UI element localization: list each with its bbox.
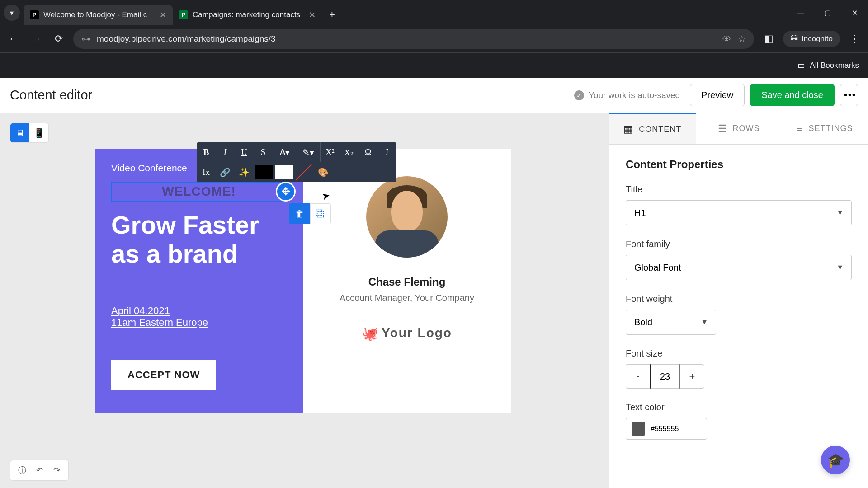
email-left-column[interactable]: Video Conference WELCOME! ✥ 🗑 ⿻ Grow Fas… bbox=[95, 149, 303, 413]
undo-button[interactable]: ↶ bbox=[33, 464, 46, 477]
field-title: Title H1 ▼ bbox=[626, 184, 852, 225]
logo-icon: 🐙 bbox=[362, 326, 376, 340]
browser-menu-button[interactable]: ⋮ bbox=[846, 31, 863, 47]
app-header: Content editor ✓ Your work is auto-saved… bbox=[0, 78, 868, 113]
more-options-button[interactable]: ••• bbox=[840, 84, 858, 106]
text-color-input[interactable]: #555555 bbox=[626, 418, 707, 440]
mobile-view-button[interactable]: 📱 bbox=[29, 123, 48, 142]
maximize-button[interactable]: ▢ bbox=[814, 0, 841, 25]
email-right-column[interactable]: Chase Fleming Account Manager, Your Comp… bbox=[303, 149, 511, 413]
text-color-label: Text color bbox=[626, 402, 852, 413]
email-canvas: Video Conference WELCOME! ✥ 🗑 ⿻ Grow Fas… bbox=[95, 149, 511, 413]
tab-rows[interactable]: ☰ ROWS bbox=[696, 113, 782, 144]
font-family-select[interactable]: Global Font bbox=[626, 255, 852, 280]
close-window-button[interactable]: ✕ bbox=[841, 0, 868, 25]
superscript-button[interactable]: X² bbox=[321, 142, 340, 162]
link-button[interactable]: 🔗 bbox=[216, 162, 235, 182]
color-palette-button[interactable]: 🎨 bbox=[314, 162, 333, 182]
visibility-icon[interactable]: 👁 bbox=[722, 34, 731, 44]
tab-content[interactable]: ▦ CONTENT bbox=[609, 113, 696, 144]
welcome-block-selected[interactable]: WELCOME! ✥ 🗑 ⿻ bbox=[111, 182, 287, 202]
page-title: Content editor bbox=[10, 88, 574, 103]
italic-button[interactable]: I bbox=[216, 142, 235, 162]
headline-text[interactable]: Grow Faster as a brand bbox=[111, 211, 287, 269]
logo-text: Your Logo bbox=[382, 326, 452, 340]
desktop-view-button[interactable]: 🖥 bbox=[10, 123, 29, 142]
tab-bar: ▾ P Welcome to Moodjoy - Email c ✕ P Cam… bbox=[0, 0, 868, 25]
tab-settings[interactable]: ≡ SETTINGS bbox=[782, 113, 868, 144]
tab-close-icon[interactable]: ✕ bbox=[160, 10, 166, 20]
underline-button[interactable]: U bbox=[235, 142, 254, 162]
site-settings-icon[interactable]: ⊶ bbox=[81, 33, 90, 44]
bold-button[interactable]: B bbox=[197, 142, 216, 162]
color-swatch-none[interactable] bbox=[295, 165, 313, 179]
tab-close-icon[interactable]: ✕ bbox=[309, 10, 316, 20]
bookmark-star-icon[interactable]: ☆ bbox=[738, 33, 746, 44]
tab-search-button[interactable]: ▾ bbox=[4, 5, 20, 21]
bookmarks-bar: 🗀 All Bookmarks bbox=[0, 52, 868, 78]
highlight-button[interactable]: ✎ ▾ bbox=[297, 142, 320, 162]
preview-button[interactable]: Preview bbox=[690, 84, 745, 106]
upload-button[interactable]: ⤴ bbox=[377, 142, 396, 162]
browser-tab-2[interactable]: P Campaigns: marketing contacts ✕ bbox=[173, 5, 322, 25]
new-tab-button[interactable]: + bbox=[322, 9, 342, 21]
sidebar-content: Content Properties Title H1 ▼ Font famil… bbox=[609, 145, 868, 467]
forward-button[interactable]: → bbox=[28, 31, 44, 47]
incognito-badge[interactable]: 🕶 Incognito bbox=[783, 31, 840, 47]
tab-title: Welcome to Moodjoy - Email c bbox=[43, 10, 155, 19]
content-icon: ▦ bbox=[623, 123, 633, 135]
redo-button[interactable]: ↷ bbox=[50, 464, 63, 477]
rows-icon: ☰ bbox=[718, 123, 727, 135]
tab-favicon: P bbox=[30, 10, 39, 19]
panel-title: Content Properties bbox=[626, 158, 852, 171]
sidebar: ▦ CONTENT ☰ ROWS ≡ SETTINGS Content Prop… bbox=[609, 113, 868, 488]
help-fab-button[interactable]: 🎓 bbox=[821, 446, 850, 474]
clear-format-button[interactable]: Ix bbox=[197, 162, 216, 182]
color-swatch-white[interactable] bbox=[275, 165, 293, 179]
color-preview-swatch bbox=[632, 422, 645, 436]
title-label: Title bbox=[626, 184, 852, 195]
color-swatch-black[interactable] bbox=[255, 165, 273, 179]
person-name: Chase Fleming bbox=[316, 276, 497, 288]
subscript-button[interactable]: X₂ bbox=[340, 142, 359, 162]
field-font-weight: Font weight Bold ▼ bbox=[626, 294, 852, 335]
browser-tab-1[interactable]: P Welcome to Moodjoy - Email c ✕ bbox=[24, 5, 173, 25]
delete-block-button[interactable]: 🗑 bbox=[289, 203, 310, 224]
special-char-button[interactable]: Ω bbox=[359, 142, 377, 162]
strikethrough-button[interactable]: S bbox=[254, 142, 273, 162]
person-title: Account Manager, Your Company bbox=[316, 293, 497, 303]
incognito-label: Incognito bbox=[802, 34, 833, 43]
font-family-label: Font family bbox=[626, 239, 852, 249]
save-and-close-button[interactable]: Save and close bbox=[750, 84, 835, 106]
magic-button[interactable]: ✨ bbox=[235, 162, 254, 182]
font-weight-select[interactable]: Bold bbox=[626, 310, 716, 335]
accept-now-button[interactable]: ACCEPT NOW bbox=[111, 360, 216, 390]
date-block[interactable]: April 04.2021 11am Eastern Europe bbox=[111, 305, 287, 328]
field-text-color: Text color #555555 bbox=[626, 402, 852, 440]
font-size-decrease[interactable]: - bbox=[626, 364, 650, 389]
main-layout: 🖥 📱 B I U S A ▾ ✎ ▾ X² X₂ Ω ⤴ Ix 🔗 bbox=[0, 113, 868, 488]
font-size-input[interactable] bbox=[650, 364, 680, 389]
font-size-increase[interactable]: + bbox=[680, 364, 704, 389]
title-select[interactable]: H1 bbox=[626, 200, 852, 225]
minimize-button[interactable]: — bbox=[787, 0, 814, 25]
device-switcher: 🖥 📱 bbox=[10, 123, 49, 143]
font-color-button[interactable]: A ▾ bbox=[273, 142, 297, 162]
block-actions: 🗑 ⿻ bbox=[289, 203, 331, 224]
all-bookmarks-link[interactable]: 🗀 All Bookmarks bbox=[797, 61, 859, 70]
window-controls: — ▢ ✕ bbox=[787, 0, 868, 25]
settings-icon: ≡ bbox=[797, 123, 803, 135]
check-icon: ✓ bbox=[574, 90, 584, 100]
info-button[interactable]: ⓘ bbox=[16, 464, 28, 477]
field-font-size: Font size - + bbox=[626, 348, 852, 389]
font-weight-label: Font weight bbox=[626, 294, 852, 304]
date-text: April 04.2021 bbox=[111, 305, 287, 317]
sidepanel-button[interactable]: ◧ bbox=[760, 31, 777, 47]
graduation-cap-icon: 🎓 bbox=[827, 452, 844, 468]
url-input[interactable]: ⊶ moodjoy.pipedrive.com/marketing/campai… bbox=[73, 29, 754, 49]
move-handle-icon[interactable]: ✥ bbox=[276, 182, 296, 202]
reload-button[interactable]: ⟳ bbox=[51, 31, 67, 47]
undo-bar: ⓘ ↶ ↷ bbox=[10, 460, 69, 481]
back-button[interactable]: ← bbox=[5, 31, 22, 47]
duplicate-block-button[interactable]: ⿻ bbox=[310, 203, 331, 224]
